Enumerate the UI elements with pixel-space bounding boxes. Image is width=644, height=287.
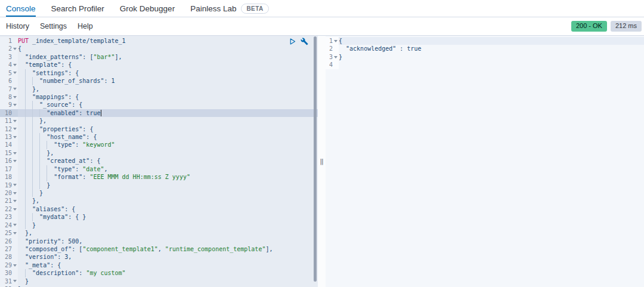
response-viewer: 1{2"acknowledged" : true3}4 (326, 36, 644, 287)
fold-toggle-icon[interactable] (13, 120, 17, 122)
code-line[interactable]: 12"properties": { (0, 125, 318, 133)
menu-help[interactable]: Help (78, 22, 93, 30)
code-line[interactable]: 7}, (0, 85, 318, 93)
code-line[interactable]: 9"_source": { (0, 101, 318, 109)
indent-guide (39, 133, 47, 141)
code-line[interactable]: 15}, (0, 149, 318, 157)
code-line[interactable]: 24} (0, 221, 318, 229)
fold-toggle-icon[interactable] (13, 88, 17, 90)
code-line[interactable]: 28"version": 3, (0, 253, 318, 261)
indent-guide (25, 133, 32, 141)
code-line[interactable]: 16"created_at": { (0, 157, 318, 165)
code-text: "settings": { (18, 69, 318, 77)
indent-guide (47, 173, 54, 181)
code-line[interactable]: 18"format": "EEE MMM dd HH:mm:ss Z yyyy" (0, 173, 318, 181)
code-line[interactable]: 29"_meta": { (0, 261, 318, 269)
fold-toggle-icon[interactable] (13, 136, 17, 138)
tab-console-label: Console (6, 4, 36, 13)
code-line[interactable]: 8"mappings": { (0, 93, 318, 101)
code-line[interactable]: 1PUT _index_template/template_1 (0, 37, 318, 45)
fold-toggle-icon[interactable] (13, 152, 17, 155)
indent-guide (25, 93, 32, 101)
indent-guide (25, 109, 32, 117)
fold-toggle-icon[interactable] (13, 280, 17, 282)
code-line[interactable]: 4"template": { (0, 61, 318, 69)
fold-toggle-icon[interactable] (13, 160, 17, 162)
panel-resizer[interactable]: ‖ (318, 36, 326, 287)
code-line[interactable]: 23"mydata": { } (0, 213, 318, 221)
fold-toggle-icon[interactable] (13, 208, 17, 211)
menu-settings[interactable]: Settings (40, 22, 67, 30)
code-line[interactable]: 14"type": "keyword" (0, 141, 318, 149)
gutter: 29 (0, 261, 18, 269)
line-number: 19 (0, 181, 12, 189)
editor-scrollbar[interactable] (314, 36, 317, 287)
line-number: 14 (0, 141, 12, 149)
line-number: 11 (0, 117, 12, 125)
resizer-handle-icon: ‖ (320, 158, 324, 165)
gutter: 5 (0, 69, 18, 77)
request-code[interactable]: 1PUT _index_template/template_12{3"index… (0, 36, 318, 287)
code-text: "version": 3, (18, 253, 318, 261)
fold-slot (12, 197, 18, 205)
code-text: "_meta": { (18, 261, 318, 269)
gutter: 30 (0, 269, 18, 277)
code-text: "enabled": true (18, 109, 318, 117)
fold-toggle-icon[interactable] (13, 232, 17, 234)
tab-search-profiler[interactable]: Search Profiler (51, 0, 104, 17)
fold-toggle-icon[interactable] (334, 56, 338, 58)
line-number: 16 (0, 157, 12, 165)
fold-toggle-icon[interactable] (13, 96, 17, 98)
code-line[interactable]: 3"index_patterns": ["bar*"], (0, 53, 318, 61)
code-line[interactable]: 26"priority": 500, (0, 237, 318, 245)
fold-toggle-icon[interactable] (13, 184, 17, 186)
code-line[interactable]: 2{ (0, 45, 318, 53)
tab-grok-debugger[interactable]: Grok Debugger (120, 0, 175, 17)
tab-console[interactable]: Console (6, 0, 36, 17)
fold-toggle-icon[interactable] (13, 64, 17, 66)
code-line[interactable]: 27"composed_of": ["component_template1",… (0, 245, 318, 253)
indent-guide (32, 117, 39, 125)
code-line[interactable]: 30"description": "my custom" (0, 269, 318, 277)
indent-guide (25, 69, 32, 77)
fold-toggle-icon[interactable] (13, 104, 17, 106)
code-line[interactable]: 20} (0, 189, 318, 197)
fold-toggle-icon[interactable] (13, 224, 17, 226)
request-editor[interactable]: 1PUT _index_template/template_12{3"index… (0, 36, 318, 287)
menu-history[interactable]: History (6, 22, 29, 30)
fold-toggle-icon[interactable] (13, 200, 17, 202)
fold-slot (12, 85, 18, 93)
code-line[interactable]: 19} (0, 181, 318, 189)
fold-slot (12, 69, 18, 77)
send-request-button[interactable] (289, 38, 296, 45)
code-line[interactable]: 11}, (0, 117, 318, 125)
scrollbar-thumb[interactable] (314, 36, 317, 282)
code-line[interactable]: 13"host_name": { (0, 133, 318, 141)
fold-toggle-icon[interactable] (13, 264, 17, 267)
fold-toggle-icon[interactable] (13, 48, 17, 50)
code-line[interactable]: 17"type": "date", (0, 165, 318, 173)
code-line[interactable]: 25}, (0, 229, 318, 237)
gutter: 31 (0, 277, 18, 285)
fold-toggle-icon[interactable] (13, 72, 17, 74)
gutter: 2 (326, 45, 339, 53)
fold-toggle-icon[interactable] (13, 128, 17, 130)
code-line[interactable]: 5"settings": { (0, 69, 318, 77)
code-text: "number_of_shards": 1 (18, 77, 318, 85)
line-number: 22 (0, 205, 12, 213)
fold-slot (12, 253, 18, 261)
tab-painless-lab[interactable]: Painless Lab BETA (190, 0, 268, 17)
fold-toggle-icon[interactable] (13, 192, 17, 195)
code-line[interactable]: 10"enabled": true (0, 109, 318, 117)
wrench-menu-button[interactable] (301, 38, 308, 45)
fold-toggle-icon[interactable] (334, 40, 338, 42)
fold-slot (12, 181, 18, 189)
code-line[interactable]: 21}, (0, 197, 318, 205)
code-line[interactable]: 6"number_of_shards": 1 (0, 77, 318, 85)
code-line[interactable]: 31} (0, 277, 318, 285)
fold-slot (12, 93, 18, 101)
indent-guide (39, 157, 47, 165)
gutter: 3 (326, 53, 339, 61)
tab-painless-lab-label: Painless Lab (190, 4, 236, 13)
code-line[interactable]: 22"aliases": { (0, 205, 318, 213)
